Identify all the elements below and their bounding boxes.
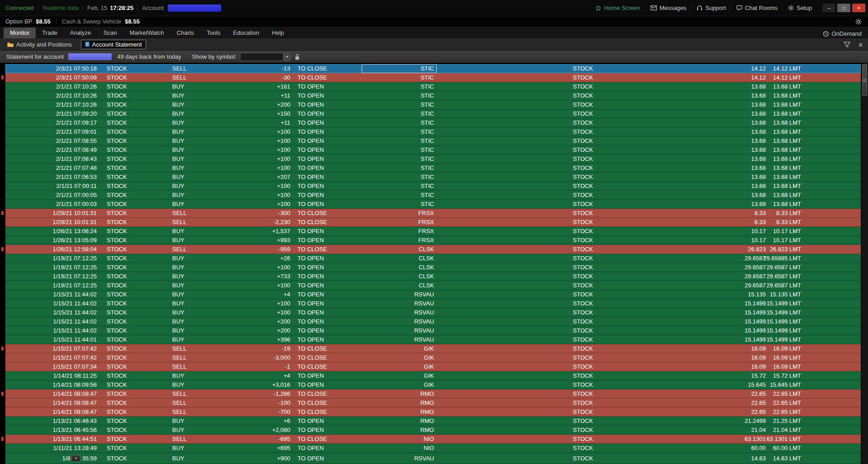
- symbol-cell: FRSX: [362, 218, 437, 227]
- messages-button[interactable]: Messages: [645, 5, 691, 11]
- table-row[interactable]: 1/26/21 13:05:09STOCKBUY+993TO OPENFRSXS…: [5, 236, 861, 245]
- table-row[interactable]: 1/15/21 11:44:02STOCKBUY+100TO OPENRSVAU…: [5, 308, 861, 317]
- setup-button[interactable]: Setup: [783, 5, 817, 11]
- vertical-scrollbar[interactable]: [861, 63, 868, 464]
- tab-trade[interactable]: Trade: [36, 28, 63, 38]
- table-row[interactable]: 1/13/21 06:45:56STOCKBUY+2,080TO OPENRMO…: [5, 426, 861, 435]
- panel-settings-button[interactable]: [854, 18, 863, 26]
- table-row[interactable]: 2/1/21 07:08:43STOCKBUY+100TO OPENSTICST…: [5, 155, 861, 164]
- table-row[interactable]: 2/1/21 07:09:01STOCKBUY+100TO OPENSTICST…: [5, 127, 861, 136]
- table-row[interactable]: 1/26/21 13:06:24STOCKBUY+1,537TO OPENFRS…: [5, 227, 861, 236]
- filter-button[interactable]: [842, 41, 852, 48]
- table-row[interactable]: 1/15/21 11:44:02STOCKBUY+200TO OPENRSVAU…: [5, 326, 861, 335]
- account-selector-redacted[interactable]: [168, 5, 221, 12]
- table-row[interactable]: 1/19/21 07:12:25STOCKBUY+26TO OPENCLSKST…: [5, 254, 861, 263]
- price-cell: 8.33: [642, 218, 769, 227]
- table-row[interactable]: 1/19/21 07:12:25STOCKBUY+100TO OPENCLSKS…: [5, 263, 861, 272]
- table-row[interactable]: 1/15/21 11:44:01STOCKBUY+396TO OPENRSVAU…: [5, 335, 861, 344]
- table-row[interactable]: 2/1/21 07:00:05STOCKBUY+100TO OPENSTICST…: [5, 191, 861, 200]
- type-cell: STOCK: [568, 245, 642, 254]
- list-view-button[interactable]: ≡: [857, 40, 864, 49]
- price-cell: 29.6587: [642, 281, 769, 290]
- table-row[interactable]: 1/15/21 07:07:42STOCKSELL-19TO CLOSEGIKS…: [5, 344, 861, 353]
- table-row[interactable]: 2/1/21 07:06:53STOCKBUY+207TO OPENSTICST…: [5, 173, 861, 182]
- home-screen-button[interactable]: Home Screen: [590, 5, 645, 11]
- symbol-filter-dropdown[interactable]: ▼: [240, 53, 291, 61]
- table-row[interactable]: 2/1/21 07:00:03STOCKBUY+100TO OPENSTICST…: [5, 200, 861, 209]
- tab-education[interactable]: Education: [226, 28, 265, 38]
- table-row[interactable]: 1/14/21 08:08:47STOCKSELL-1,286TO CLOSER…: [5, 389, 861, 398]
- side-cell: BUY: [167, 191, 235, 200]
- minimize-button[interactable]: –: [822, 4, 835, 12]
- symbol-lock-button[interactable]: [295, 54, 300, 60]
- table-row[interactable]: 1/11/21 13:28:49STOCKBUY+695TO OPENNIOST…: [5, 444, 861, 453]
- statement-account-redacted[interactable]: [68, 53, 112, 60]
- table-row[interactable]: 1/19/21 07:12:25STOCKBUY+733TO OPENCLSKS…: [5, 272, 861, 281]
- table-row[interactable]: 1/14/21 08:11:25STOCKBUY+4TO OPENGIKSTOC…: [5, 371, 861, 380]
- tab-tools[interactable]: Tools: [200, 28, 226, 38]
- table-row[interactable]: 2/1/21 07:10:26STOCKBUY+11TO OPENSTICSTO…: [5, 91, 861, 100]
- type-cell: STOCK: [568, 182, 642, 191]
- table-row[interactable]: 2/1/21 07:09:17STOCKBUY+11TO OPENSTICSTO…: [5, 118, 861, 127]
- chat-rooms-button[interactable]: Chat Rooms: [731, 5, 783, 11]
- table-row[interactable]: 2/1/21 07:00:11STOCKBUY+100TO OPENSTICST…: [5, 182, 861, 191]
- spread-cell: STOCK: [102, 218, 167, 227]
- maximize-button[interactable]: □: [837, 4, 850, 12]
- ondemand-button[interactable]: OnDemand: [823, 30, 866, 38]
- statement-toolbar: Statement for account 49 days back from …: [0, 51, 868, 63]
- net-price-cell: 16.09 LMT: [769, 353, 805, 362]
- subtab-activity-and-positions[interactable]: Activity and Positions: [5, 40, 75, 49]
- tab-scan[interactable]: Scan: [97, 28, 123, 38]
- tab-help[interactable]: Help: [265, 28, 290, 38]
- table-row[interactable]: 1/15/21 07:07:34STOCKSELL-1TO CLOSEGIKST…: [5, 362, 861, 371]
- close-button[interactable]: ×: [852, 4, 865, 12]
- table-row[interactable]: 1/8▾35:59STOCKBUY+900TO OPENRSVAUSTOCK14…: [5, 453, 861, 464]
- table-row[interactable]: 1/26/21 12:58:04STOCKSELL-959TO CLOSECLS…: [5, 245, 861, 254]
- subtab-account-statement[interactable]: Account Statement: [81, 40, 146, 49]
- price-cell: 13.68: [642, 182, 769, 191]
- table-row[interactable]: 1/29/21 10:01:31STOCKSELL-300TO CLOSEFRS…: [5, 209, 861, 218]
- table-row[interactable]: 2/1/21 07:10:26STOCKBUY+200TO OPENSTICST…: [5, 100, 861, 109]
- table-row[interactable]: 1/29/21 10:01:31STOCKSELL-2,230TO CLOSEF…: [5, 218, 861, 227]
- table-row[interactable]: 1/15/21 07:07:42STOCKSELL-3,000TO CLOSEG…: [5, 353, 861, 362]
- pos-effect-cell: TO OPEN: [294, 444, 362, 453]
- pos-effect-cell: TO OPEN: [294, 263, 362, 272]
- side-cell: BUY: [167, 263, 235, 272]
- tab-monitor[interactable]: Monitor: [4, 28, 36, 38]
- table-row[interactable]: 1/15/21 11:44:02STOCKBUY+100TO OPENRSVAU…: [5, 299, 861, 308]
- qty-cell: -1,286: [235, 389, 294, 398]
- exec-time-cell: 1/14/21 08:09:56: [5, 380, 102, 389]
- price-cell: 15.645: [642, 380, 769, 389]
- tab-charts[interactable]: Charts: [170, 28, 200, 38]
- table-row[interactable]: 1/13/21 06:44:51STOCKSELL-695TO CLOSENIO…: [5, 435, 861, 444]
- table-row[interactable]: 2/3/21 07:50:18STOCKSELL-13TO CLOSESTICS…: [5, 64, 861, 73]
- type-cell: STOCK: [568, 272, 642, 281]
- qty-cell: +900: [235, 453, 294, 464]
- table-row[interactable]: 2/1/21 07:08:49STOCKBUY+100TO OPENSTICST…: [5, 145, 861, 155]
- table-row[interactable]: 1/15/21 11:44:02STOCKBUY+200TO OPENRSVAU…: [5, 317, 861, 326]
- table-row[interactable]: 1/14/21 08:08:47STOCKSELL-100TO CLOSERMO…: [5, 398, 861, 408]
- tab-analyze[interactable]: Analyze: [64, 28, 97, 38]
- table-row[interactable]: 1/15/21 11:44:02STOCKBUY+4TO OPENRSVAUST…: [5, 290, 861, 299]
- exec-time-cell: 1/29/21 10:01:31: [5, 218, 102, 227]
- tab-marketwatch[interactable]: MarketWatch: [123, 28, 170, 38]
- table-row[interactable]: 1/13/21 06:46:43STOCKBUY+6TO OPENRMOSTOC…: [5, 417, 861, 426]
- price-cell: 63.1301: [642, 435, 769, 444]
- qty-cell: +11: [235, 91, 294, 100]
- spacer-cell: [437, 263, 568, 272]
- table-row[interactable]: 2/1/21 07:10:26STOCKBUY+161TO OPENSTICST…: [5, 82, 861, 91]
- price-cell: 10.17: [642, 236, 769, 245]
- table-row[interactable]: 2/3/21 07:50:09STOCKSELL-30TO CLOSESTICS…: [5, 73, 861, 82]
- table-row[interactable]: 2/1/21 07:08:55STOCKBUY+100TO OPENSTICST…: [5, 136, 861, 145]
- scrollbar-thumb[interactable]: [862, 64, 867, 96]
- table-row[interactable]: 1/14/21 08:09:56STOCKBUY+3,016TO OPENGIK…: [5, 380, 861, 389]
- table-row[interactable]: 1/14/21 08:08:47STOCKSELL-700TO CLOSERMO…: [5, 408, 861, 417]
- type-cell: STOCK: [568, 417, 642, 426]
- table-row[interactable]: 1/19/21 07:12:25STOCKBUY+100TO OPENCLSKS…: [5, 281, 861, 290]
- jump-to-date-button[interactable]: ▾: [71, 455, 80, 462]
- table-row[interactable]: 2/1/21 07:07:48STOCKBUY+100TO OPENSTICST…: [5, 164, 861, 173]
- support-button[interactable]: Support: [691, 5, 731, 11]
- table-row[interactable]: 2/1/21 07:09:20STOCKBUY+150TO OPENSTICST…: [5, 109, 861, 118]
- price-cell: 29.6587: [642, 272, 769, 281]
- fill-cell: [805, 398, 861, 408]
